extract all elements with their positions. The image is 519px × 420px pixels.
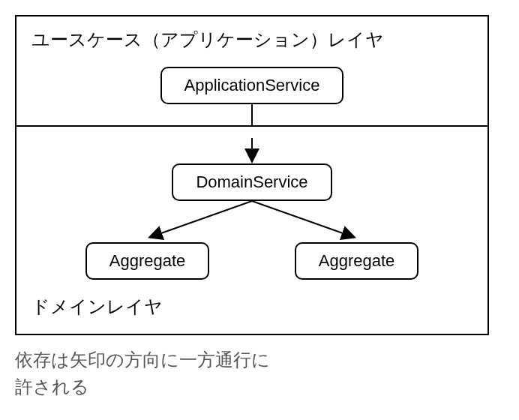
usecase-node-row: ApplicationService <box>32 67 472 104</box>
arrow-down-icon <box>244 104 260 125</box>
aggregate-left-node: Aggregate <box>86 242 210 280</box>
split-arrows-icon <box>32 201 472 242</box>
domain-layer: DomainService Aggregate Aggregate ドメインレイ… <box>16 127 488 334</box>
application-service-node: ApplicationService <box>160 67 344 104</box>
domain-service-row: DomainService <box>32 164 472 201</box>
usecase-layer-title: ユースケース（アプリケーション）レイヤ <box>32 28 472 52</box>
svg-line-4 <box>151 201 252 237</box>
caption-line-1: 依存は矢印の方向に一方通行に <box>15 350 270 370</box>
diagram-caption: 依存は矢印の方向に一方通行に 許される <box>15 346 489 400</box>
aggregate-right-node: Aggregate <box>295 242 419 280</box>
domain-service-node: DomainService <box>172 164 332 201</box>
svg-line-5 <box>252 201 353 237</box>
layer-diagram: ユースケース（アプリケーション）レイヤ ApplicationService D… <box>15 15 489 335</box>
arrow-down-head-icon <box>244 138 260 164</box>
caption-line-2: 許される <box>15 376 89 397</box>
aggregate-row: Aggregate Aggregate <box>32 242 472 280</box>
arrow-split <box>32 201 472 242</box>
domain-layer-title: ドメインレイヤ <box>32 295 472 319</box>
usecase-layer: ユースケース（アプリケーション）レイヤ ApplicationService <box>16 16 488 127</box>
